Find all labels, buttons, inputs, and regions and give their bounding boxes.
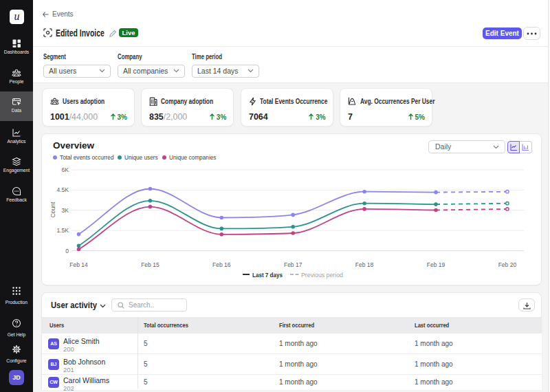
svg-text:Count: Count xyxy=(50,202,56,217)
svg-text:4.5K: 4.5K xyxy=(57,186,69,193)
svg-text:Feb 19: Feb 19 xyxy=(427,261,446,268)
svg-text:Feb 20: Feb 20 xyxy=(498,261,517,268)
svg-text:3K: 3K xyxy=(62,207,69,214)
svg-text:Feb 18: Feb 18 xyxy=(355,261,374,268)
svg-text:Feb 16: Feb 16 xyxy=(212,261,231,268)
svg-text:Feb 14: Feb 14 xyxy=(69,261,88,268)
svg-text:0: 0 xyxy=(65,248,69,254)
svg-text:Feb 17: Feb 17 xyxy=(284,261,302,268)
svg-text:1.5K: 1.5K xyxy=(57,227,69,234)
svg-text:Last 7 days: Last 7 days xyxy=(252,271,283,279)
svg-text:Previous period: Previous period xyxy=(301,271,343,279)
svg-text:Feb 15: Feb 15 xyxy=(141,261,160,268)
svg-text:6K: 6K xyxy=(62,166,69,173)
